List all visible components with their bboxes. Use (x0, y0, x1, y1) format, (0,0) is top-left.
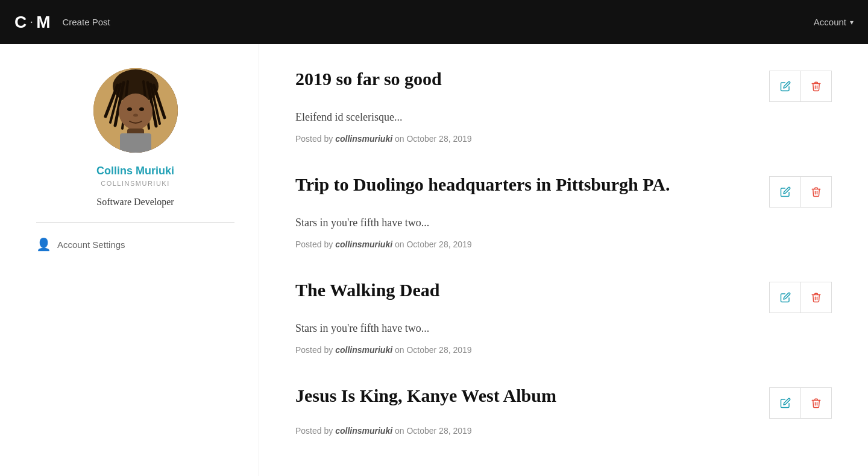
post-meta: Posted by collinsmuriuki on October 28, … (295, 240, 832, 249)
post-author: collinsmuriuki (335, 345, 392, 355)
post-author: collinsmuriuki (335, 240, 392, 249)
post-date: on October 28, 2019 (395, 345, 472, 355)
account-settings-link[interactable]: 👤 Account Settings (36, 237, 234, 252)
account-caret-icon: ▾ (850, 18, 854, 27)
avatar (93, 68, 178, 153)
delete-post-button[interactable] (800, 71, 832, 102)
navbar: C · M Create Post Account ▾ (0, 0, 868, 44)
post-item: Trip to Duolingo headquarters in Pittsbu… (295, 174, 832, 255)
logo-m: M (36, 13, 50, 32)
post-title[interactable]: Jesus Is King, Kanye West Album (295, 385, 556, 407)
post-date: on October 28, 2019 (395, 240, 472, 249)
post-header: The Walking Dead (295, 279, 832, 313)
account-settings-label: Account Settings (57, 240, 125, 250)
nav-left: C · M Create Post (14, 13, 110, 32)
create-post-link[interactable]: Create Post (62, 17, 110, 27)
svg-rect-15 (120, 133, 151, 153)
delete-post-button[interactable] (800, 387, 832, 419)
post-author: collinsmuriuki (335, 426, 392, 436)
profile-name: Collins Muriuki (96, 165, 174, 177)
sidebar-divider (36, 222, 234, 223)
post-meta: Posted by collinsmuriuki on October 28, … (295, 426, 832, 436)
post-meta: Posted by collinsmuriuki on October 28, … (295, 345, 832, 355)
account-label: Account (814, 17, 846, 27)
edit-post-button[interactable] (769, 176, 800, 208)
post-title[interactable]: The Walking Dead (295, 279, 440, 301)
page-layout: Collins Muriuki COLLINSMURIUKI Software … (0, 44, 868, 476)
post-actions (769, 176, 832, 208)
post-title[interactable]: Trip to Duolingo headquarters in Pittsbu… (295, 174, 670, 195)
logo: C · M (14, 13, 50, 32)
person-icon: 👤 (36, 237, 51, 252)
profile-username: COLLINSMURIUKI (101, 180, 170, 187)
svg-point-12 (139, 107, 144, 111)
svg-point-13 (133, 114, 138, 117)
post-excerpt: Eleifend id scelerisque... (295, 109, 832, 125)
delete-post-button[interactable] (800, 282, 832, 313)
post-title[interactable]: 2019 so far so good (295, 68, 442, 90)
post-item: The Walking Dead (295, 279, 832, 361)
logo-dot: · (30, 17, 33, 27)
post-header: Jesus Is King, Kanye West Album (295, 385, 832, 419)
edit-post-button[interactable] (769, 282, 800, 313)
post-author: collinsmuriuki (335, 134, 392, 144)
avatar-image (93, 68, 178, 153)
svg-point-11 (127, 107, 132, 111)
post-actions (769, 282, 832, 313)
edit-post-button[interactable] (769, 71, 800, 102)
logo-c: C (14, 13, 27, 32)
post-header: Trip to Duolingo headquarters in Pittsbu… (295, 174, 832, 208)
delete-post-button[interactable] (800, 176, 832, 208)
post-excerpt: Stars in you're fifth have two... (295, 320, 832, 337)
sidebar: Collins Muriuki COLLINSMURIUKI Software … (0, 44, 259, 476)
post-date: on October 28, 2019 (395, 134, 472, 144)
account-menu[interactable]: Account ▾ (814, 17, 854, 27)
post-header: 2019 so far so good (295, 68, 832, 102)
post-actions (769, 71, 832, 102)
post-item: Jesus Is King, Kanye West Album (295, 385, 832, 442)
svg-point-10 (119, 94, 153, 130)
post-item: 2019 so far so good (295, 68, 832, 150)
post-date: on October 28, 2019 (395, 426, 472, 436)
post-actions (769, 387, 832, 419)
post-meta: Posted by collinsmuriuki on October 28, … (295, 134, 832, 144)
profile-bio: Software Developer (96, 197, 174, 208)
posts-list: 2019 so far so good (259, 44, 868, 476)
post-excerpt: Stars in you're fifth have two... (295, 215, 832, 231)
edit-post-button[interactable] (769, 387, 800, 419)
